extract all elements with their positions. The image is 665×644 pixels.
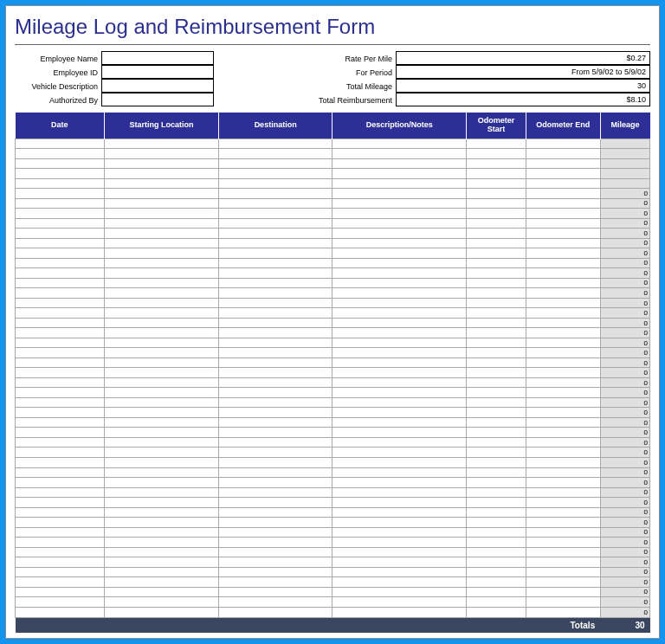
cell[interactable] — [332, 527, 467, 538]
cell[interactable] — [218, 597, 332, 608]
cell[interactable] — [467, 288, 526, 299]
cell[interactable] — [105, 397, 219, 408]
cell[interactable] — [218, 467, 332, 478]
cell[interactable] — [600, 169, 649, 179]
cell[interactable] — [16, 248, 105, 259]
cell[interactable] — [526, 478, 600, 488]
cell[interactable] — [218, 149, 332, 159]
cell[interactable] — [218, 268, 332, 279]
cell[interactable] — [467, 527, 526, 538]
cell[interactable] — [467, 458, 526, 468]
cell[interactable] — [600, 178, 649, 189]
cell[interactable] — [526, 338, 600, 348]
cell[interactable] — [105, 238, 219, 248]
cell[interactable] — [16, 178, 105, 189]
cell[interactable] — [332, 368, 467, 378]
cell[interactable] — [16, 557, 105, 568]
cell[interactable] — [332, 189, 467, 199]
cell[interactable] — [16, 268, 105, 279]
cell[interactable] — [16, 417, 105, 428]
cell[interactable] — [218, 258, 332, 268]
cell[interactable] — [332, 278, 467, 288]
cell[interactable] — [105, 567, 219, 577]
cell[interactable] — [467, 298, 526, 308]
cell[interactable] — [467, 408, 526, 418]
cell[interactable] — [526, 397, 600, 408]
cell[interactable]: 0 — [600, 487, 649, 498]
cell[interactable]: 0 — [600, 557, 649, 568]
cell[interactable] — [332, 318, 467, 328]
cell[interactable] — [526, 248, 600, 259]
cell[interactable] — [467, 278, 526, 288]
cell[interactable] — [467, 268, 526, 279]
cell[interactable] — [526, 527, 600, 538]
cell[interactable] — [218, 338, 332, 348]
cell[interactable] — [218, 218, 332, 229]
field-authorized-by[interactable] — [101, 93, 214, 106]
cell[interactable] — [218, 507, 332, 518]
cell[interactable] — [218, 538, 332, 548]
cell[interactable] — [332, 498, 467, 508]
cell[interactable] — [16, 318, 105, 328]
cell[interactable] — [600, 158, 649, 169]
cell[interactable] — [467, 248, 526, 259]
cell[interactable] — [467, 478, 526, 488]
cell[interactable] — [16, 597, 105, 608]
cell[interactable] — [332, 198, 467, 209]
cell[interactable]: 0 — [600, 198, 649, 209]
cell[interactable]: 0 — [600, 308, 649, 319]
cell[interactable] — [332, 258, 467, 268]
cell[interactable] — [526, 448, 600, 458]
cell[interactable] — [218, 428, 332, 438]
cell[interactable] — [218, 397, 332, 408]
cell[interactable] — [467, 557, 526, 568]
cell[interactable] — [467, 158, 526, 169]
cell[interactable]: 0 — [600, 597, 649, 608]
cell[interactable] — [332, 158, 467, 169]
cell[interactable]: 0 — [600, 448, 649, 458]
cell[interactable] — [105, 428, 219, 438]
cell[interactable] — [16, 587, 105, 597]
cell[interactable] — [332, 507, 467, 518]
cell[interactable] — [467, 189, 526, 199]
cell[interactable] — [16, 209, 105, 219]
cell[interactable] — [526, 209, 600, 219]
cell[interactable] — [332, 138, 467, 149]
cell[interactable] — [105, 149, 219, 159]
cell[interactable] — [332, 597, 467, 608]
cell[interactable]: 0 — [600, 328, 649, 338]
cell[interactable] — [105, 198, 219, 209]
cell[interactable]: 0 — [600, 377, 649, 388]
cell[interactable]: 0 — [600, 547, 649, 557]
cell[interactable] — [105, 138, 219, 149]
cell[interactable] — [105, 577, 219, 588]
cell[interactable]: 0 — [600, 607, 649, 617]
cell[interactable]: 0 — [600, 368, 649, 378]
cell[interactable] — [16, 338, 105, 348]
cell[interactable] — [526, 218, 600, 229]
cell[interactable]: 0 — [600, 238, 649, 248]
cell[interactable] — [218, 298, 332, 308]
cell[interactable] — [332, 428, 467, 438]
cell[interactable] — [105, 408, 219, 418]
cell[interactable] — [16, 169, 105, 179]
cell[interactable] — [467, 547, 526, 557]
cell[interactable] — [526, 408, 600, 418]
cell[interactable] — [218, 238, 332, 248]
cell[interactable] — [332, 397, 467, 408]
cell[interactable] — [105, 338, 219, 348]
cell[interactable] — [526, 487, 600, 498]
cell[interactable] — [467, 467, 526, 478]
cell[interactable] — [218, 557, 332, 568]
cell[interactable] — [467, 518, 526, 528]
cell[interactable] — [16, 149, 105, 159]
cell[interactable] — [467, 388, 526, 398]
cell[interactable] — [105, 178, 219, 189]
cell[interactable] — [16, 377, 105, 388]
cell[interactable] — [218, 518, 332, 528]
cell[interactable] — [467, 507, 526, 518]
cell[interactable] — [105, 478, 219, 488]
cell[interactable] — [467, 487, 526, 498]
cell[interactable]: 0 — [600, 388, 649, 398]
cell[interactable] — [218, 158, 332, 169]
